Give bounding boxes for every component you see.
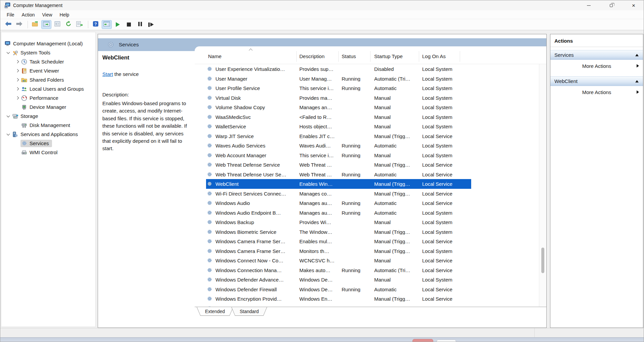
service-row-windows-encryption-provid[interactable]: Windows Encryption Provid…Windows En…Man…	[206, 294, 471, 304]
service-row-windows-camera-frame-ser[interactable]: Windows Camera Frame Ser…Monitors th…Man…	[206, 246, 471, 256]
pause-service-button[interactable]	[135, 20, 145, 29]
services-more-actions[interactable]: More Actions	[550, 60, 643, 72]
tab-extended[interactable]: Extended	[197, 307, 233, 316]
cell-start: Automatic (Tri…	[374, 267, 420, 273]
service-row-windows-audio-endpoint-b[interactable]: Windows Audio Endpoint B…Manages au…Runn…	[206, 208, 471, 218]
column-header-description[interactable]: Description	[299, 53, 325, 59]
chevron-down-icon[interactable]	[6, 50, 10, 54]
actions-section-services[interactable]: Services	[550, 50, 643, 60]
cell-start: Manual	[374, 219, 420, 225]
service-row-windows-connection-mana[interactable]: Windows Connection Mana…Makes auto…Runni…	[206, 265, 471, 275]
tab-standard[interactable]: Standard	[231, 307, 267, 316]
menu-help[interactable]: Help	[56, 10, 73, 19]
collapse-icon[interactable]	[635, 80, 639, 82]
list-scrollbar[interactable]	[539, 64, 546, 317]
show-action-pane-button[interactable]	[102, 20, 112, 29]
column-header-startup-type[interactable]: Startup Type	[374, 53, 403, 59]
cell-status: Running	[342, 286, 373, 292]
column-separator[interactable]	[338, 51, 339, 62]
service-row-volume-shadow-copy[interactable]: Volume Shadow CopyManages an…ManualLocal…	[206, 102, 471, 112]
column-header-log-on-as[interactable]: Log On As	[422, 53, 446, 59]
service-row-warp-jit-service[interactable]: Warp JIT ServiceEnables JIT c…Manual (Tr…	[206, 131, 471, 141]
column-separator[interactable]	[296, 51, 297, 62]
tree-item-services[interactable]: Services	[1, 139, 95, 148]
service-row-waasmedicsvc[interactable]: WaaSMedicSvc<Failed to R…ManualLocal Sys…	[206, 112, 471, 122]
tree-item-event-viewer[interactable]: Event Viewer	[1, 66, 95, 75]
tree-item-computer-management-local[interactable]: Computer Management (Local)	[1, 39, 95, 48]
tree-item-disk-management[interactable]: Disk Management	[1, 121, 95, 130]
cell-start: Manual (Trigg…	[374, 239, 420, 244]
menu-view[interactable]: View	[38, 10, 56, 19]
service-row-web-threat-defense-user-se[interactable]: Web Threat Defense User Se…Web Threat …R…	[206, 170, 471, 179]
service-row-windows-defender-firewall[interactable]: Windows Defender FirewallWindows De…Runn…	[206, 285, 471, 294]
restart-service-button[interactable]	[146, 20, 156, 29]
chevron-right-icon[interactable]	[15, 87, 19, 91]
service-row-wi-fi-direct-services-connec[interactable]: Wi-Fi Direct Services Connec…Manages co……	[206, 189, 471, 199]
column-header-status[interactable]: Status	[342, 53, 356, 59]
tree-item-wmi-control[interactable]: WMI Control	[1, 148, 95, 157]
tree-item-shared-folders[interactable]: Shared Folders	[1, 75, 95, 84]
view-tab-strip: ExtendedStandard	[195, 307, 546, 317]
chevron-right-icon[interactable]	[15, 78, 19, 82]
taskbar-red-button[interactable]	[412, 339, 433, 342]
service-row-user-profile-service[interactable]: User Profile ServiceThis service i…Runni…	[206, 83, 471, 93]
service-row-web-account-manager[interactable]: Web Account ManagerThis service i…Runnin…	[206, 151, 471, 160]
minimize-button[interactable]	[579, 0, 599, 10]
scrollbar-thumb[interactable]	[541, 248, 544, 273]
cell-logon: Local Service	[422, 162, 470, 168]
start-service-link[interactable]: Start	[102, 71, 113, 77]
service-gear-icon	[207, 76, 212, 81]
tree-item-label: Storage	[20, 113, 38, 119]
service-row-user-experience-virtualizatio[interactable]: User Experience Virtualizatio…Provides s…	[206, 64, 471, 74]
service-row-virtual-disk[interactable]: Virtual DiskProvides ma…ManualLocal Syst…	[206, 93, 471, 103]
service-row-windows-biometric-service[interactable]: Windows Biometric ServiceThe Window…Manu…	[206, 227, 471, 237]
column-header-name[interactable]: Name	[208, 53, 221, 59]
column-separator[interactable]	[370, 51, 370, 62]
chevron-down-icon[interactable]	[6, 132, 10, 135]
chevron-right-icon[interactable]	[15, 60, 19, 63]
column-separator[interactable]	[460, 51, 460, 62]
column-separator[interactable]	[419, 51, 419, 62]
tree-item-system-tools[interactable]: System Tools	[1, 48, 95, 57]
help-button[interactable]: ?	[91, 20, 101, 29]
cell-logon: Local System	[422, 76, 470, 81]
close-button[interactable]: ×	[624, 0, 644, 10]
action-pane-window-icon	[103, 21, 110, 28]
console-window-button[interactable]	[41, 20, 51, 29]
service-row-user-manager[interactable]: User ManagerUser Manag…RunningAutomatic …	[206, 74, 471, 84]
tree-item-performance[interactable]: Performance	[1, 93, 95, 102]
service-row-web-threat-defense-service[interactable]: Web Threat Defense ServiceWeb Threat …Ma…	[206, 160, 471, 170]
tree-item-task-scheduler[interactable]: Task Scheduler	[1, 57, 95, 66]
refresh-button[interactable]	[63, 20, 73, 29]
tree-item-device-manager[interactable]: Device Manager	[1, 102, 95, 112]
tree-item-services-and-applications[interactable]: Services and Applications	[1, 130, 95, 139]
forward-button[interactable]	[14, 20, 24, 29]
stop-service-button[interactable]	[124, 20, 134, 29]
tree-item-storage[interactable]: Storage	[1, 112, 95, 121]
menu-action[interactable]: Action	[18, 10, 39, 19]
actions-section-webclient[interactable]: WebClient	[550, 76, 643, 86]
chevron-down-icon[interactable]	[6, 114, 10, 117]
service-row-windows-defender-advance[interactable]: Windows Defender Advance…Windows De…Manu…	[206, 275, 471, 285]
webclient-more-actions[interactable]: More Actions	[550, 86, 643, 98]
cell-start: Manual (Trigg…	[374, 190, 420, 196]
service-row-webclient[interactable]: WebClientEnables Win…Manual (Trigg…Local…	[206, 179, 471, 189]
service-row-windows-connect-now-co[interactable]: Windows Connect Now - Co…WCNCSVC h…Manua…	[206, 256, 471, 265]
chevron-right-icon[interactable]	[15, 96, 19, 100]
service-row-windows-audio[interactable]: Windows AudioManages au…RunningAutomatic…	[206, 198, 471, 208]
service-row-windows-camera-frame-ser[interactable]: Windows Camera Frame Ser…Enables mul…Man…	[206, 237, 471, 246]
collapse-icon[interactable]	[635, 54, 639, 56]
show-console-tree-button[interactable]	[30, 20, 40, 29]
chevron-right-icon[interactable]	[15, 69, 19, 73]
tree-item-local-users-and-groups[interactable]: Local Users and Groups	[1, 84, 95, 93]
properties-button[interactable]	[52, 20, 62, 29]
start-service-button[interactable]	[113, 20, 123, 29]
service-row-walletservice[interactable]: WalletServiceHosts object…ManualLocal Sy…	[206, 122, 471, 131]
back-button[interactable]	[3, 20, 13, 29]
export-list-button[interactable]	[75, 20, 85, 29]
menu-file[interactable]: File	[3, 10, 18, 19]
maximize-restore-button[interactable]	[601, 0, 621, 10]
taskbar-white-button[interactable]	[437, 340, 456, 342]
service-row-windows-backup[interactable]: Windows BackupProvides Wi…ManualLocal Sy…	[206, 217, 471, 227]
service-row-waves-audio-services[interactable]: Waves Audio ServicesWaves Audi…RunningAu…	[206, 141, 471, 151]
